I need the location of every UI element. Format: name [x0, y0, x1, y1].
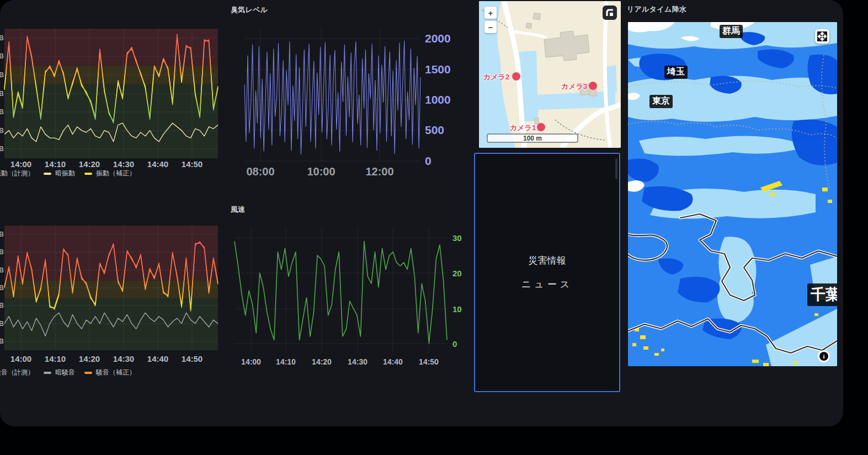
axis-tick-label: B	[0, 71, 4, 79]
axis-tick-label: 14:40	[147, 354, 168, 363]
camera-1-label[interactable]: カメラ1	[510, 123, 536, 133]
building	[533, 13, 540, 20]
legend-item[interactable]: 暗騒音	[44, 368, 75, 377]
dashboard-window: BBBBBBB 14:0014:1014:2014:3014:4014:50 振…	[0, 0, 843, 426]
panel-odor: 臭気レベル 2000150010005000 08:0010:0012:00	[229, 0, 466, 190]
legend-item[interactable]: 振動（補正）	[84, 169, 136, 178]
region-label-tokyo: 東京	[649, 95, 673, 108]
legend-label: 振動（補正）	[96, 169, 136, 178]
wind-y-axis: 3020100	[452, 199, 475, 370]
legend-item[interactable]: 騒音（補正）	[84, 368, 136, 377]
legend-swatch	[44, 173, 51, 175]
camera-2-label[interactable]: カメラ2	[483, 72, 509, 82]
legend-swatch	[84, 372, 92, 374]
axis-tick-label: 14:10	[45, 354, 66, 363]
axis-tick-label: 14:20	[79, 159, 100, 169]
radar-fullscreen-button[interactable]	[815, 29, 829, 44]
axis-tick-label: B	[0, 320, 4, 328]
legend-label: 暗振動	[55, 169, 75, 178]
wind-panel-title: 風速	[231, 205, 246, 215]
axis-tick-label: 14:00	[10, 159, 31, 169]
axis-tick-label: 14:30	[113, 159, 134, 169]
odor-y-axis: 2000150010005000	[425, 0, 469, 190]
camera-2-marker[interactable]	[512, 72, 520, 81]
noise-legend: 騒音（計測）暗騒音騒音（補正）	[0, 368, 136, 377]
axis-tick-label: 14:40	[147, 159, 168, 169]
axis-tick-label: 10:00	[307, 165, 335, 178]
camera-3-marker[interactable]	[589, 82, 597, 90]
axis-tick-label: 14:40	[383, 357, 403, 366]
news-scrollbar[interactable]	[615, 158, 617, 179]
legend-label: 騒音（補正）	[96, 368, 136, 377]
odor-chart[interactable]	[244, 29, 420, 162]
axis-tick-label: 0	[452, 339, 457, 349]
axis-tick-label: 2000	[425, 32, 451, 45]
corner-arrow-icon	[603, 6, 617, 20]
precipitation-radar-map	[628, 22, 837, 366]
panel-rain-radar[interactable]: 群馬 埼玉 東京 千葉 i	[628, 22, 837, 366]
region-label-gunma: 群馬	[720, 25, 743, 38]
legend-item[interactable]: 暗振動	[44, 169, 75, 178]
axis-tick-label: 14:50	[419, 357, 439, 366]
legend-label: 振動（計測）	[0, 169, 34, 178]
map-scale-bar: 100 m	[487, 133, 578, 143]
vibration-legend: 振動（計測）暗振動振動（補正）	[0, 169, 136, 178]
axis-tick-label: B	[0, 145, 4, 153]
legend-label: 騒音（計測）	[0, 368, 34, 377]
legend-swatch	[44, 372, 51, 374]
radar-panel-title: リアルタイム降水	[627, 4, 686, 14]
axis-tick-label: 14:20	[79, 354, 100, 363]
axis-tick-label: 14:30	[348, 357, 368, 366]
wind-chart[interactable]	[235, 227, 447, 353]
axis-tick-label: 14:20	[312, 357, 332, 366]
axis-tick-label: 14:10	[45, 159, 66, 169]
axis-tick-label: B	[0, 284, 4, 292]
axis-tick-label: 14:00	[10, 354, 31, 363]
building	[526, 23, 531, 28]
panel-vibration: BBBBBBB 14:0014:1014:2014:3014:4014:50 振…	[0, 0, 221, 190]
vibration-chart[interactable]	[4, 29, 218, 158]
wind-x-axis: 14:0014:1014:2014:3014:4014:50	[229, 357, 466, 426]
axis-tick-label: 08:00	[246, 165, 274, 178]
axis-tick-label: B	[0, 90, 4, 98]
axis-tick-label: 14:00	[241, 357, 261, 366]
axis-tick-label: 1000	[425, 93, 451, 106]
odor-panel-title: 臭気レベル	[231, 5, 268, 15]
map-orientation-button[interactable]	[603, 6, 617, 20]
map-zoom-in-button[interactable]: +	[484, 7, 497, 19]
panel-disaster-news[interactable]: 災害情報 ニュース	[474, 153, 620, 392]
info-icon: i	[819, 352, 828, 361]
axis-tick-label: B	[0, 338, 4, 345]
axis-tick-label: 20	[452, 269, 462, 278]
legend-item[interactable]: 騒音（計測）	[0, 368, 34, 377]
axis-tick-label: 14:30	[113, 354, 134, 363]
axis-tick-label: 14:10	[276, 357, 296, 366]
legend-swatch	[84, 173, 92, 175]
axis-tick-label: 10	[452, 304, 462, 314]
panel-camera-map[interactable]: + − カメラ2 カメラ3 カメラ1 100 m	[479, 1, 621, 148]
axis-tick-label: 500	[425, 124, 444, 137]
legend-label: 暗騒音	[55, 368, 75, 377]
legend-item[interactable]: 振動（計測）	[0, 169, 34, 178]
axis-tick-label: 30	[452, 233, 462, 243]
map-zoom-out-button[interactable]: −	[484, 21, 497, 33]
axis-tick-label: B	[0, 52, 4, 60]
camera-3-label[interactable]: カメラ3	[561, 82, 587, 92]
region-label-saitama: 埼玉	[664, 66, 688, 79]
axis-tick-label: B	[0, 34, 4, 42]
noise-chart[interactable]	[4, 226, 218, 350]
panel-noise: BBBBBBB 14:0014:1014:2014:3014:4014:50 騒…	[0, 218, 221, 386]
camera-1-marker[interactable]	[537, 123, 545, 131]
axis-tick-label: 14:50	[182, 159, 203, 169]
radar-info-button[interactable]: i	[818, 350, 830, 362]
axis-tick-label: B	[0, 266, 4, 274]
axis-tick-label: B	[0, 248, 4, 256]
panel-wind: 風速 3020100 14:0014:1014:2014:3014:4014:5…	[229, 199, 466, 370]
axis-tick-label: 1500	[425, 63, 451, 76]
axis-tick-label: B	[0, 231, 4, 238]
axis-tick-label: 12:00	[365, 165, 393, 178]
disaster-news-line1: 災害情報	[529, 254, 566, 267]
axis-tick-label: B	[0, 302, 4, 309]
axis-tick-label: B	[0, 108, 4, 116]
axis-tick-label: 14:50	[182, 354, 203, 363]
